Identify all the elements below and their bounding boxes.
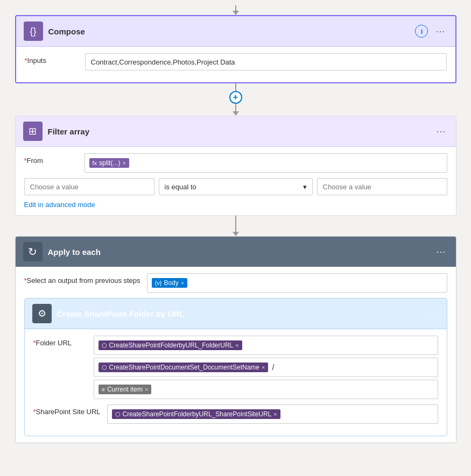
apply-header: ↻ Apply to each ··· <box>16 237 456 267</box>
gear-icon: ⚙ <box>38 308 46 319</box>
compose-title: Compose <box>48 27 410 36</box>
compose-card: {} Compose i ··· *Inputs <box>15 15 456 83</box>
apply-select-label: *Select an output from previous steps <box>24 273 140 285</box>
folder-url-label: *Folder URL <box>33 336 87 347</box>
split-token: fx split(...) × <box>89 158 129 168</box>
split-token-close[interactable]: × <box>122 160 125 166</box>
filter-value-left[interactable] <box>24 178 154 195</box>
site-url-token: ⬡ CreateSharePointFolderbyURL_SharePoint… <box>112 409 280 419</box>
filter-icon: ⊞ <box>29 125 37 137</box>
filter-header: ⊞ Filter array ··· <box>16 116 456 147</box>
sharepoint-header: ⚙ Create SharePoint Folder by URL ··· <box>25 299 447 329</box>
current-item-token-close[interactable]: × <box>145 386 148 393</box>
filter-body: *From fx split(...) × is equal to ▾ <box>16 147 456 215</box>
apply-icon: ↻ <box>28 245 37 258</box>
filter-from-row: *From fx split(...) × <box>24 153 447 173</box>
filter-from-label: *From <box>24 153 78 165</box>
site-url-label: *SharePoint Site URL <box>33 404 101 416</box>
advanced-mode-link[interactable]: Edit in advanced mode <box>24 201 447 209</box>
add-connector-1: + <box>229 83 242 116</box>
sharepoint-body: *Folder URL ⬡ CreateSharePointFolderbyUR… <box>25 329 447 436</box>
list-icon: ≡ <box>102 386 105 393</box>
connector-icon-3: ⬡ <box>115 411 121 418</box>
compose-inputs-row: *Inputs <box>25 53 447 70</box>
apply-each-card: ↻ Apply to each ··· *Select an output fr… <box>15 236 456 443</box>
apply-title: Apply to each <box>48 247 429 257</box>
connector-icon-1: ⬡ <box>102 342 107 349</box>
fx-icon: fx <box>93 160 97 166</box>
apply-output-token-wrap: {v} Body × <box>147 273 447 293</box>
filter-array-card: ⊞ Filter array ··· *From fx split(...) × <box>15 116 456 216</box>
add-step-button-1[interactable]: + <box>229 91 242 104</box>
apply-select-row: *Select an output from previous steps {v… <box>24 273 447 293</box>
folder-url-token-wrap-1: ⬡ CreateSharePointFolderbyURL_FolderURL … <box>94 336 438 355</box>
body-token-close[interactable]: × <box>181 280 184 286</box>
sharepoint-title: Create SharePoint Folder by URL <box>57 309 420 318</box>
sharepoint-icon-wrap: ⚙ <box>32 304 52 323</box>
sharepoint-card: ⚙ Create SharePoint Folder by URL ··· *F… <box>24 298 447 436</box>
folder-url-token-2: ⬡ CreateSharePointDocumentSet_DocumentSe… <box>99 363 269 372</box>
body-token: {v} Body × <box>152 278 188 288</box>
variable-icon: {v} <box>155 280 162 286</box>
folder-url-token-wrap-3: ≡ Current item × <box>94 380 438 399</box>
folder-url-token-2-close[interactable]: × <box>262 364 265 371</box>
flow-container: {} Compose i ··· *Inputs + ⊞ Filter a <box>0 0 471 454</box>
folder-url-token-1: ⬡ CreateSharePointFolderbyURL_FolderURL … <box>99 340 242 350</box>
folder-url-token-1-close[interactable]: × <box>235 342 238 349</box>
filter-title: Filter array <box>48 127 429 136</box>
slash-separator: / <box>271 363 275 372</box>
filter-from-token-wrap: fx split(...) × <box>85 153 447 173</box>
site-url-token-wrap: ⬡ CreateSharePointFolderbyURL_SharePoint… <box>107 404 438 424</box>
compose-body: *Inputs <box>16 47 455 82</box>
apply-body: *Select an output from previous steps {v… <box>16 267 456 443</box>
arrow-connector-2 <box>233 216 239 236</box>
filter-operator-select[interactable]: is equal to ▾ <box>159 178 313 195</box>
compose-icon-wrap: {} <box>24 22 43 41</box>
filter-more-button[interactable]: ··· <box>434 125 448 138</box>
connector-icon-2: ⬡ <box>102 364 107 371</box>
compose-icon: {} <box>30 26 36 37</box>
compose-inputs-field[interactable] <box>85 53 447 70</box>
compose-info-button[interactable]: i <box>415 25 428 38</box>
filter-value-right[interactable] <box>317 178 447 195</box>
filter-condition-row: is equal to ▾ <box>24 178 447 195</box>
folder-url-row: *Folder URL ⬡ CreateSharePointFolderbyUR… <box>33 336 438 399</box>
apply-more-button[interactable]: ··· <box>434 245 448 259</box>
apply-icon-wrap: ↻ <box>23 242 43 261</box>
site-url-token-close[interactable]: × <box>273 411 277 417</box>
folder-url-token-wrap-2: ⬡ CreateSharePointDocumentSet_DocumentSe… <box>94 358 438 377</box>
sharepoint-more-button[interactable]: ··· <box>425 307 439 321</box>
compose-inputs-label: *Inputs <box>25 53 79 65</box>
current-item-token: ≡ Current item × <box>99 385 152 394</box>
top-connector <box>233 5 239 15</box>
chevron-down-icon: ▾ <box>303 183 307 191</box>
filter-icon-wrap: ⊞ <box>23 122 43 141</box>
compose-header: {} Compose i ··· <box>16 16 455 47</box>
site-url-row: *SharePoint Site URL ⬡ CreateSharePointF… <box>33 404 438 424</box>
folder-url-tokens: ⬡ CreateSharePointFolderbyURL_FolderURL … <box>94 336 438 399</box>
compose-more-button[interactable]: ··· <box>433 25 447 38</box>
